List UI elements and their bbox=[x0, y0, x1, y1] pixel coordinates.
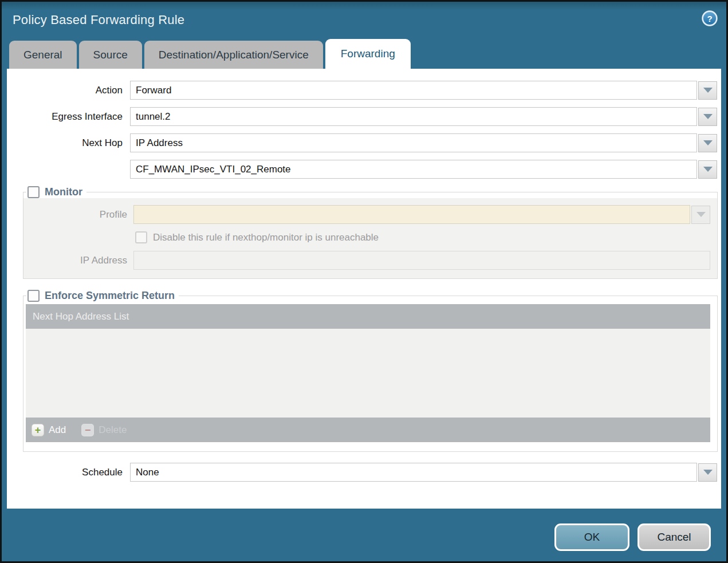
disable-rule-checkbox bbox=[135, 231, 147, 243]
enforce-symmetric-return-legend-label: Enforce Symmetric Return bbox=[45, 290, 175, 302]
monitor-ip-address-input bbox=[133, 251, 710, 270]
chevron-down-icon bbox=[703, 167, 713, 172]
chevron-down-icon bbox=[703, 88, 713, 93]
next-hop-label: Next Hop bbox=[9, 137, 123, 149]
monitor-legend-label: Monitor bbox=[45, 186, 82, 198]
next-hop-dropdown-button[interactable] bbox=[698, 134, 717, 152]
tab-general[interactable]: General bbox=[9, 41, 77, 69]
next-hop-address-row bbox=[9, 160, 721, 179]
action-label: Action bbox=[9, 85, 123, 96]
policy-based-forwarding-dialog: { "dialog": { "title": "Policy Based For… bbox=[0, 0, 728, 563]
next-hop-row: Next Hop bbox=[9, 133, 721, 152]
disable-rule-label: Disable this rule if nexthop/monitor ip … bbox=[153, 232, 379, 243]
tab-forwarding[interactable]: Forwarding bbox=[325, 39, 411, 69]
cancel-button[interactable]: Cancel bbox=[638, 523, 711, 551]
monitor-ip-address-row: IP Address bbox=[23, 251, 717, 270]
enforce-symmetric-return-checkbox[interactable] bbox=[27, 290, 40, 302]
profile-dropdown-button bbox=[691, 206, 710, 224]
tab-source[interactable]: Source bbox=[79, 41, 142, 69]
dialog-title: Policy Based Forwarding Rule bbox=[2, 2, 726, 27]
next-hop-address-list-toolbar: + Add − Delete bbox=[26, 418, 710, 442]
tab-destination-application-service[interactable]: Destination/Application/Service bbox=[144, 41, 323, 69]
next-hop-address-list-header: Next Hop Address List bbox=[26, 304, 710, 329]
monitor-checkbox[interactable] bbox=[27, 186, 40, 198]
profile-row: Profile bbox=[23, 205, 717, 224]
content-panel: Action Egress Interface Next Hop Monitor bbox=[7, 69, 721, 509]
egress-interface-label: Egress Interface bbox=[9, 111, 123, 123]
delete-button: − Delete bbox=[81, 424, 127, 436]
monitor-legend: Monitor bbox=[26, 186, 86, 198]
action-row: Action bbox=[9, 81, 721, 100]
chevron-down-icon bbox=[703, 140, 713, 145]
minus-icon: − bbox=[81, 424, 94, 436]
chevron-down-icon bbox=[703, 470, 713, 475]
next-hop-address-tbody bbox=[26, 329, 710, 418]
add-button-label: Add bbox=[49, 424, 66, 436]
next-hop-address-dropdown-button[interactable] bbox=[698, 160, 717, 179]
next-hop-type-input[interactable] bbox=[130, 133, 697, 152]
schedule-label: Schedule bbox=[9, 467, 123, 478]
monitor-body: Profile Disable this rule if nexthop/mon… bbox=[23, 198, 717, 278]
next-hop-address-input[interactable] bbox=[130, 160, 697, 179]
enforce-symmetric-return-fieldset: Enforce Symmetric Return Next Hop Addres… bbox=[23, 290, 718, 452]
egress-interface-row: Egress Interface bbox=[9, 107, 721, 126]
dialog-footer: OK Cancel bbox=[2, 509, 726, 561]
enforce-symmetric-return-legend: Enforce Symmetric Return bbox=[26, 290, 179, 302]
schedule-input[interactable] bbox=[130, 463, 697, 482]
egress-interface-dropdown-button[interactable] bbox=[698, 108, 717, 126]
chevron-down-icon bbox=[696, 212, 706, 217]
action-dropdown-button[interactable] bbox=[698, 81, 717, 100]
disable-rule-row: Disable this rule if nexthop/monitor ip … bbox=[135, 231, 717, 243]
tab-bar: General Source Destination/Application/S… bbox=[2, 39, 726, 69]
next-hop-address-list-table: Next Hop Address List + Add − Delete bbox=[23, 302, 717, 451]
title-bar: Policy Based Forwarding Rule ? bbox=[2, 2, 726, 39]
monitor-fieldset: Monitor Profile Disable this rule if nex… bbox=[23, 186, 718, 279]
action-input[interactable] bbox=[130, 81, 697, 100]
add-button[interactable]: + Add bbox=[32, 424, 66, 436]
schedule-dropdown-button[interactable] bbox=[698, 463, 717, 482]
chevron-down-icon bbox=[703, 114, 713, 119]
plus-icon: + bbox=[32, 424, 44, 436]
help-icon[interactable]: ? bbox=[702, 10, 718, 26]
delete-button-label: Delete bbox=[99, 424, 127, 436]
help-glyph: ? bbox=[707, 14, 712, 23]
monitor-ip-address-label: IP Address bbox=[23, 255, 127, 266]
profile-label: Profile bbox=[23, 209, 127, 221]
profile-input bbox=[133, 205, 690, 224]
egress-interface-input[interactable] bbox=[130, 107, 697, 126]
ok-button[interactable]: OK bbox=[554, 523, 629, 551]
schedule-row: Schedule bbox=[9, 463, 721, 482]
